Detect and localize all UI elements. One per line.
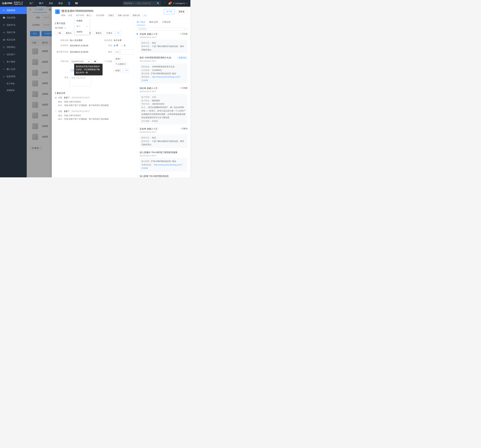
nav-data[interactable]: 数据 — [56, 0, 66, 7]
sidebar: ⟳我的好友 💬我的群聊 ⚗我的学员 🛍我的订单 ☎电话记录 🛒我的商品 ↩流失客… — [0, 7, 27, 177]
sidebar-my-orders[interactable]: 🛍我的订单 — [0, 29, 27, 36]
tl-title: 报名单 创建人小王 — [140, 87, 158, 90]
tl-detail-link[interactable]: 查看详情 — [177, 56, 187, 59]
mod-name: 小王 — [58, 110, 62, 113]
return-icon: ↩ — [3, 53, 5, 56]
phone-lookup-icon[interactable]: ⊞ — [88, 60, 90, 63]
rtab-chat[interactable]: 聊天记录 — [149, 21, 158, 25]
tag[interactable]: 高意向 — [64, 31, 74, 35]
tl-card: 跟单方式：电话跟单内容：只是了解在线教育方面的信息，暂时无购买意向。 — [140, 40, 187, 53]
tl-title: 进入直播间 759-59班第三期理财直播课 — [140, 151, 177, 154]
phone-tooltip: 查询到此手机号码在系统中已存在，可以将两条客户数据合并为一条 — [74, 64, 103, 75]
mod-date: 2021/01/30 01:38:27 — [71, 96, 90, 99]
wx-label: 微信 — [99, 50, 112, 53]
caret-up-icon: ▲ — [91, 15, 92, 16]
dd-option[interactable]: 俱保咏 — [75, 29, 90, 35]
chevron-down-icon: ▼ — [184, 28, 186, 30]
tag[interactable]: 高意向 — [94, 31, 104, 35]
tag[interactable]: 一般 — [55, 31, 63, 35]
phone-label: 手机号码 — [55, 60, 68, 63]
sidebar-inherit[interactable]: ⤵客户继承 — [0, 58, 27, 66]
gender-value: 男 女 — [113, 44, 134, 47]
inherit-icon: ⤵ — [3, 61, 5, 63]
proxy-order-button[interactable]: 代下单 — [164, 9, 175, 14]
tl-date: 2020/01/30 01:38:27 — [140, 36, 187, 38]
ptag-more[interactable]: +4 — [123, 69, 129, 73]
bag-icon: 🛍 — [3, 31, 5, 34]
gender-female[interactable]: 女 — [121, 44, 126, 47]
timeline-dot — [137, 33, 138, 35]
panel-title: 微信名称6789990000966 — [61, 9, 164, 13]
logo: 云朵CRM 教育机构一站式服务云平台 — [0, 0, 27, 7]
customer-drawer: 👤 微信名称6789990000966 昵称：小王 | 客户经理：张三▲ | 所… — [52, 7, 190, 177]
phone-call-icon[interactable]: ☎ — [92, 59, 98, 64]
dd-option-selected[interactable]: 张三✓ — [75, 23, 90, 29]
bell-icon[interactable]: 🔔5 — [168, 2, 171, 5]
sidebar-customer-tags[interactable]: 客户标签 — [0, 80, 27, 87]
timeline-dot — [137, 57, 138, 58]
timeline-item: 定金单 创建人小王已取消2020/01/30 01:38:27跟单方式：电话跟单… — [137, 127, 187, 151]
add-value: 2021/09/10 12:00:00 — [70, 45, 98, 47]
gender-male[interactable]: 男 — [113, 44, 118, 47]
edit-icon[interactable]: ✎ — [64, 27, 66, 29]
right-tabs: 客户动态 聊天记录 订单记录 — [134, 19, 190, 25]
sidebar-my-groups[interactable]: 💬我的群聊 — [0, 14, 27, 21]
tl-title: 定金单 创建人小王 — [140, 127, 158, 130]
user-menu[interactable]: manager11 ▼ — [173, 2, 188, 5]
mod-action: 更新了 — [64, 96, 70, 99]
sidebar-lost-customers[interactable]: ↩流失客户 — [0, 51, 27, 58]
group-chip[interactable]: 群聊六群 — [131, 14, 141, 17]
timeline-item: 购买 4399理财课进阶课程大礼包查看详情2021/01/30 01:38:27… — [137, 56, 187, 87]
ptag[interactable]: 个人标签12 — [113, 62, 128, 66]
nav-customer[interactable]: 客户 — [36, 0, 46, 7]
sidebar-my-students[interactable]: ⚗我的学员 — [0, 21, 27, 29]
tl-card: 课程名称：4399理财课进阶课大礼包已付款项：2218989元通过群聊【759-… — [140, 63, 187, 84]
sidebar-my-friends[interactable]: ⟳我的好友 — [0, 7, 27, 14]
timeline-dot — [137, 175, 138, 177]
filter-icon: ⚗ — [3, 24, 5, 26]
nav-promo[interactable]: 推广 — [27, 0, 36, 7]
activity-filter[interactable]: 全部动态▼ — [137, 27, 187, 31]
remark-input[interactable] — [70, 75, 91, 86]
group-chip[interactable]: 群聊三 — [108, 14, 115, 17]
status-dot — [173, 3, 174, 4]
group-chip[interactable]: 群聊一群大群 — [117, 14, 130, 17]
bell-badge: 5 — [170, 1, 172, 4]
deposit-button[interactable]: 交定金 — [176, 9, 187, 14]
rtab-orders[interactable]: 订单记录 — [162, 21, 171, 25]
sidebar-tag-manage[interactable]: 🏷标签管理︿ — [0, 73, 27, 80]
sidebar-my-products[interactable]: 🛒我的商品 — [0, 43, 27, 51]
nav-user-icon[interactable]: 👤 — [66, 0, 73, 7]
chevron-up-icon: ︿ — [22, 75, 24, 78]
customer-tags: 一般 高意向 中意向 一般 高意向 中意向 +4 — [55, 31, 130, 35]
dd-option[interactable]: 师馨薇 — [75, 19, 90, 23]
top-nav: 云朵CRM 教育机构一站式服务云平台 推广 客户 质检 数据 👤 ☎ 手机号码 … — [0, 0, 190, 7]
timeline-item: 报名单 创建人小王已失败2020/01/30 01:38:27客户经理：小王客户… — [137, 87, 187, 127]
search-icon[interactable]: 🔍 — [156, 2, 161, 5]
check-icon: ✓ — [86, 25, 88, 28]
nav-menu: 推广 客户 质检 数据 👤 ☎ — [27, 0, 80, 7]
logo-subtitle: 教育机构一站式服务云平台 — [13, 1, 23, 5]
ptag[interactable]: 标签1 — [113, 69, 122, 73]
manager-dropdown: 师馨薇 张三✓ 俱保咏 — [75, 19, 90, 35]
rtab-activity[interactable]: 客户动态 — [137, 21, 145, 25]
manager-select[interactable]: 张三▲ — [87, 14, 92, 17]
wx-input[interactable] — [113, 49, 134, 54]
tag[interactable]: 中意向 — [105, 31, 114, 35]
customer-icon: 👤 — [55, 9, 60, 14]
sidebar-call-log[interactable]: ☎电话记录 — [0, 36, 27, 43]
tl-date: 2020/01/30 01:38:27 — [140, 131, 187, 133]
group-more[interactable]: +4 — [143, 14, 147, 17]
timeline-dot — [55, 111, 56, 112]
nav-qc[interactable]: 质检 — [46, 0, 56, 7]
phone-icon: ☎ — [3, 39, 5, 41]
sidebar-delete-log[interactable]: ✂删人记录 — [0, 66, 27, 73]
mobile-icon[interactable]: 📱 — [163, 2, 166, 5]
search-type-select[interactable]: 手机号码 ▼ — [123, 2, 135, 5]
remark-label: 备注 — [55, 76, 68, 79]
sidebar-group-tags[interactable]: 群聊标签 — [0, 87, 27, 94]
ptag[interactable]: 标签1 — [113, 57, 122, 61]
tag-more[interactable]: +4 — [115, 31, 121, 35]
nav-phone-icon[interactable]: ☎ — [73, 0, 80, 7]
search-input[interactable] — [135, 2, 156, 5]
